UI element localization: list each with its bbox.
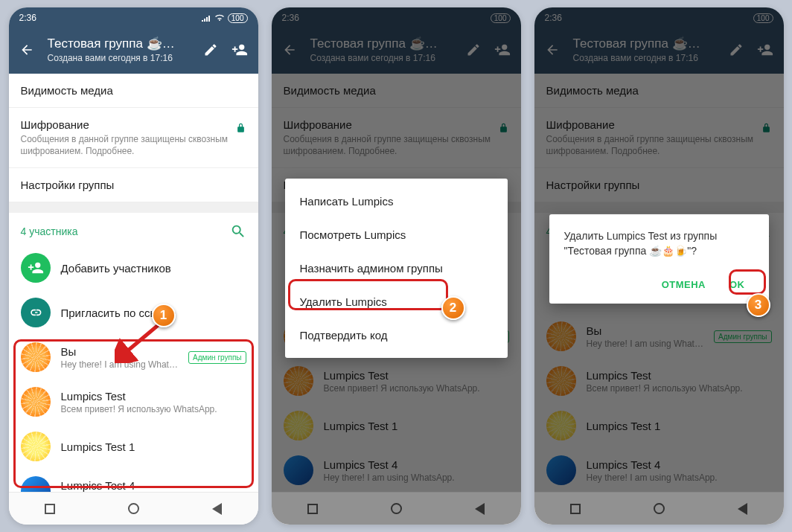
avatar [21, 342, 51, 372]
nav-bar [9, 492, 258, 525]
signal-icon [201, 14, 211, 22]
avatar [21, 432, 51, 461]
nav-home[interactable] [128, 503, 139, 514]
group-settings-row[interactable]: Настройки группы [9, 168, 258, 202]
nav-back[interactable] [212, 503, 222, 515]
back-icon[interactable] [19, 42, 34, 57]
add-icon [21, 253, 51, 283]
link-icon [21, 298, 51, 327]
status-bar: 2:36 100 [9, 7, 258, 28]
group-subtitle: Создана вами сегодня в 17:16 [48, 53, 190, 63]
add-participants-row[interactable]: Добавить участников [9, 246, 258, 290]
ok-button[interactable]: OK [721, 273, 754, 296]
search-icon[interactable] [230, 223, 246, 240]
add-member-icon[interactable] [231, 42, 248, 58]
context-menu: Написать Lumpics Посмотреть Lumpics Назн… [285, 179, 508, 358]
invite-link-row[interactable]: Пригласить по ссылке [9, 290, 258, 335]
dialog-message: Удалить Lumpics Test из группы "Тестовая… [564, 229, 754, 258]
app-header: Тестовая группа ☕… Создана вами сегодня … [9, 28, 258, 74]
phone-screen-2: 2:36100 Тестовая группа ☕…Создана вами с… [272, 7, 521, 525]
step-badge-2: 2 [441, 296, 465, 320]
participants-count: 4 участника [21, 225, 78, 237]
encryption-row[interactable]: Шифрование Сообщения в данной группе защ… [9, 108, 258, 168]
menu-message[interactable]: Написать Lumpics [285, 185, 508, 218]
admin-badge: Админ группы [188, 351, 246, 364]
cancel-button[interactable]: ОТМЕНА [653, 273, 715, 296]
lock-icon [235, 121, 246, 135]
avatar [21, 476, 51, 492]
avatar [21, 387, 51, 417]
menu-view[interactable]: Посмотреть Lumpics [285, 218, 508, 251]
phone-screen-1: 2:36 100 Тестовая группа ☕… Создана вами… [9, 7, 258, 525]
confirm-dialog: Удалить Lumpics Test из группы "Тестовая… [549, 214, 769, 304]
step-badge-3: 3 [747, 293, 770, 317]
status-time: 2:36 [19, 13, 36, 23]
participant-lumpics-test-1[interactable]: Lumpics Test 1 [9, 424, 258, 469]
content-area: Видимость медиа Шифрование Сообщения в д… [9, 74, 258, 492]
group-title: Тестовая группа ☕… [48, 36, 190, 51]
wifi-icon [214, 14, 225, 22]
menu-make-admin[interactable]: Назначить админом группы [285, 251, 508, 285]
participant-lumpics-test-4[interactable]: Lumpics Test 4 Hey there! I am using Wha… [9, 469, 258, 492]
menu-verify-code[interactable]: Подтвердить код [285, 318, 508, 352]
nav-recent[interactable] [45, 504, 55, 514]
edit-icon[interactable] [203, 42, 218, 57]
status-icons: 100 [201, 13, 248, 23]
phone-screen-3: 2:36100 Тестовая группа ☕…Создана вами с… [534, 7, 784, 525]
participant-lumpics-test[interactable]: Lumpics Test Всем привет! Я использую Wh… [9, 379, 258, 424]
participant-you[interactable]: Вы Hey there! I am using WhatsApp. Админ… [9, 335, 258, 379]
media-visibility-row[interactable]: Видимость медиа [9, 74, 258, 108]
participants-header: 4 участника [9, 213, 258, 246]
battery-icon: 100 [228, 13, 248, 23]
step-badge-1: 1 [152, 304, 176, 327]
menu-delete[interactable]: Удалить Lumpics [285, 285, 508, 318]
